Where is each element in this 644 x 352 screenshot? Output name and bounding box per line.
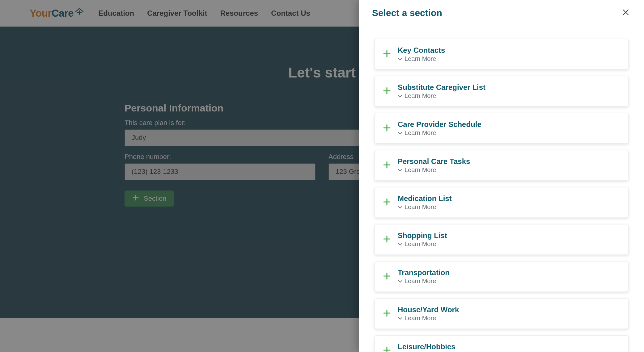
learn-more-label: Learn More xyxy=(405,55,436,62)
plus-icon xyxy=(382,123,392,134)
chevron-down-icon xyxy=(398,129,403,136)
plus-icon xyxy=(382,234,392,245)
section-title: Shopping List xyxy=(398,231,447,240)
chevron-down-icon xyxy=(398,241,403,248)
chevron-down-icon xyxy=(398,55,403,62)
plus-icon xyxy=(382,197,392,208)
section-title: Medication List xyxy=(398,194,452,203)
drawer-title: Select a section xyxy=(372,8,442,18)
section-title: Transportation xyxy=(398,268,450,277)
section-texts: Substitute Caregiver ListLearn More xyxy=(398,83,485,99)
learn-more-label: Learn More xyxy=(405,92,436,99)
section-title: Personal Care Tasks xyxy=(398,157,470,166)
learn-more-label: Learn More xyxy=(405,241,436,248)
section-texts: Shopping ListLearn More xyxy=(398,231,447,248)
learn-more-toggle[interactable]: Learn More xyxy=(398,278,450,285)
learn-more-label: Learn More xyxy=(405,203,436,211)
plus-icon xyxy=(382,346,392,352)
section-texts: Leisure/HobbiesLearn More xyxy=(398,342,455,352)
section-texts: Care Provider ScheduleLearn More xyxy=(398,120,481,136)
section-drawer: Select a section Key ContactsLearn MoreS… xyxy=(359,0,644,352)
plus-icon xyxy=(382,308,392,319)
drawer-body: Key ContactsLearn MoreSubstitute Caregiv… xyxy=(359,26,644,352)
chevron-down-icon xyxy=(398,166,403,174)
learn-more-toggle[interactable]: Learn More xyxy=(398,315,459,322)
learn-more-label: Learn More xyxy=(405,278,436,285)
learn-more-label: Learn More xyxy=(405,166,436,174)
chevron-down-icon xyxy=(398,92,403,99)
close-button[interactable] xyxy=(621,7,631,19)
plus-icon xyxy=(382,49,392,60)
learn-more-toggle[interactable]: Learn More xyxy=(398,129,481,136)
learn-more-toggle[interactable]: Learn More xyxy=(398,55,445,62)
section-texts: TransportationLearn More xyxy=(398,268,450,285)
chevron-down-icon xyxy=(398,278,403,285)
section-card[interactable]: Substitute Caregiver ListLearn More xyxy=(375,76,629,107)
section-texts: Personal Care TasksLearn More xyxy=(398,157,470,174)
section-card[interactable]: Medication ListLearn More xyxy=(375,187,629,218)
section-card[interactable]: Personal Care TasksLearn More xyxy=(375,150,629,181)
section-title: Substitute Caregiver List xyxy=(398,83,485,92)
drawer-header: Select a section xyxy=(359,0,644,26)
learn-more-label: Learn More xyxy=(405,129,436,136)
close-icon xyxy=(622,11,629,17)
learn-more-toggle[interactable]: Learn More xyxy=(398,166,470,174)
chevron-down-icon xyxy=(398,203,403,211)
section-texts: Medication ListLearn More xyxy=(398,194,452,211)
section-title: Key Contacts xyxy=(398,46,445,55)
section-title: Care Provider Schedule xyxy=(398,120,481,129)
section-title: House/Yard Work xyxy=(398,305,459,314)
plus-icon xyxy=(382,86,392,97)
section-title: Leisure/Hobbies xyxy=(398,342,455,351)
plus-icon xyxy=(382,271,392,282)
section-card[interactable]: TransportationLearn More xyxy=(375,261,629,292)
learn-more-toggle[interactable]: Learn More xyxy=(398,92,485,99)
section-card[interactable]: Care Provider ScheduleLearn More xyxy=(375,113,629,144)
learn-more-toggle[interactable]: Learn More xyxy=(398,241,447,248)
section-texts: House/Yard WorkLearn More xyxy=(398,305,459,322)
section-card[interactable]: House/Yard WorkLearn More xyxy=(375,298,629,329)
section-card[interactable]: Leisure/HobbiesLearn More xyxy=(375,335,629,352)
chevron-down-icon xyxy=(398,315,403,322)
section-texts: Key ContactsLearn More xyxy=(398,46,445,62)
plus-icon xyxy=(382,160,392,171)
section-card[interactable]: Shopping ListLearn More xyxy=(375,224,629,255)
learn-more-toggle[interactable]: Learn More xyxy=(398,203,452,211)
learn-more-label: Learn More xyxy=(405,315,436,322)
section-card[interactable]: Key ContactsLearn More xyxy=(375,39,629,69)
